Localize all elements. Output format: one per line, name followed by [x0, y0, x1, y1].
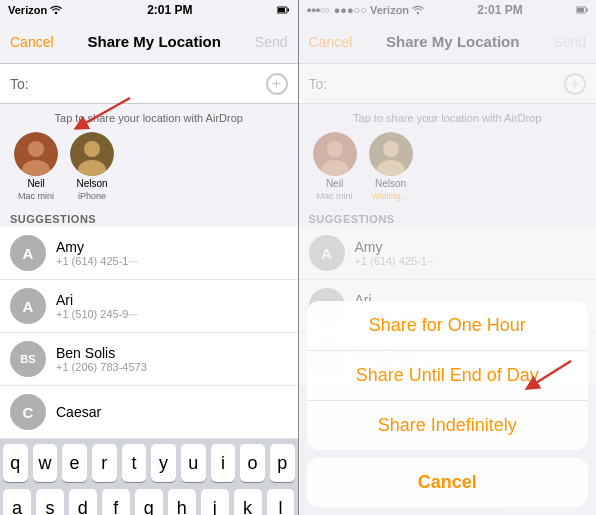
- key-k[interactable]: k: [234, 489, 262, 515]
- status-bar-left: Verizon 2:01 PM: [0, 0, 298, 20]
- left-panel: Verizon 2:01 PM Cancel Share My Location…: [0, 0, 298, 515]
- share-options-group: Share for One Hour Share Until End of Da…: [307, 301, 589, 450]
- share-end-of-day-button[interactable]: Share Until End of Day: [307, 351, 589, 401]
- airdrop-section-left: Tap to share your location with AirDrop …: [0, 104, 298, 209]
- avatar-neil-image: [14, 132, 58, 176]
- status-time-left: 2:01 PM: [147, 3, 192, 17]
- svg-rect-2: [288, 9, 290, 12]
- key-s[interactable]: s: [36, 489, 64, 515]
- key-d[interactable]: d: [69, 489, 97, 515]
- svg-point-8: [84, 141, 100, 157]
- keyboard-row-1: q w e r t y u i o p: [0, 439, 298, 484]
- keyboard-left: q w e r t y u i o p a s d f g h j k l ⇧ …: [0, 439, 298, 515]
- suggestion-item-amy-left[interactable]: A Amy +1 (614) 425-1···: [0, 227, 298, 280]
- key-w[interactable]: w: [33, 444, 58, 482]
- suggestion-list-left: A Amy +1 (614) 425-1··· A Ari +1 (510) 2…: [0, 227, 298, 439]
- action-sheet-overlay: Share for One Hour Share Until End of Da…: [299, 0, 597, 515]
- svg-rect-3: [278, 8, 285, 12]
- page-title-left: Share My Location: [88, 33, 221, 50]
- key-p[interactable]: p: [270, 444, 295, 482]
- airdrop-avatars-left: Neil Mac mini Nelson iPhone: [10, 132, 288, 201]
- avatar-caesar-left: C: [10, 394, 46, 430]
- key-u[interactable]: u: [181, 444, 206, 482]
- airdrop-contact-neil[interactable]: Neil Mac mini: [14, 132, 58, 201]
- wifi-icon-left: [50, 5, 62, 15]
- right-panel: ●●●○○ ●●●○○ Verizon 2:01 PM Cancel Share…: [299, 0, 597, 515]
- sheet-backdrop: [299, 0, 597, 301]
- key-f[interactable]: f: [102, 489, 130, 515]
- key-l[interactable]: l: [267, 489, 295, 515]
- status-carrier-left: Verizon: [8, 4, 62, 16]
- avatar-amy-left: A: [10, 235, 46, 271]
- to-field-left: To: +: [0, 64, 298, 104]
- suggestion-item-ari-left[interactable]: A Ari +1 (510) 245-9···: [0, 280, 298, 333]
- add-recipient-button-left[interactable]: +: [266, 73, 288, 95]
- action-sheet-cancel-button[interactable]: Cancel: [307, 458, 589, 507]
- key-q[interactable]: q: [3, 444, 28, 482]
- airdrop-label-left: Tap to share your location with AirDrop: [10, 112, 288, 124]
- avatar-nelson-name: Nelson: [76, 178, 107, 189]
- key-i[interactable]: i: [211, 444, 236, 482]
- key-o[interactable]: o: [240, 444, 265, 482]
- svg-point-5: [28, 141, 44, 157]
- to-input-left[interactable]: [35, 76, 266, 92]
- share-one-hour-button[interactable]: Share for One Hour: [307, 301, 589, 351]
- share-indefinitely-button[interactable]: Share Indefinitely: [307, 401, 589, 450]
- avatar-nelson: [70, 132, 114, 176]
- key-h[interactable]: h: [168, 489, 196, 515]
- avatar-neil-name: Neil: [27, 178, 44, 189]
- suggestion-item-caesar-left[interactable]: C Caesar: [0, 386, 298, 439]
- keyboard-row-2: a s d f g h j k l: [0, 484, 298, 515]
- svg-point-0: [55, 12, 57, 14]
- battery-icon-left: [277, 6, 289, 14]
- key-r[interactable]: r: [92, 444, 117, 482]
- cancel-button-left[interactable]: Cancel: [10, 34, 54, 50]
- send-button-left[interactable]: Send: [255, 34, 288, 50]
- avatar-bensolis-left: BS: [10, 341, 46, 377]
- suggestion-item-bensolis-left[interactable]: BS Ben Solis +1 (206) 783-4573: [0, 333, 298, 386]
- suggestions-header-left: SUGGESTIONS: [0, 209, 298, 227]
- action-sheet: Share for One Hour Share Until End of Da…: [299, 301, 597, 515]
- avatar-nelson-image: [70, 132, 114, 176]
- avatar-neil-sub: Mac mini: [18, 191, 54, 201]
- key-a[interactable]: a: [3, 489, 31, 515]
- to-label-left: To:: [10, 76, 29, 92]
- key-g[interactable]: g: [135, 489, 163, 515]
- avatar-nelson-sub: iPhone: [78, 191, 106, 201]
- key-y[interactable]: y: [151, 444, 176, 482]
- avatar-ari-left: A: [10, 288, 46, 324]
- airdrop-contact-nelson[interactable]: Nelson iPhone: [70, 132, 114, 201]
- avatar-neil: [14, 132, 58, 176]
- status-icons-left: [277, 6, 289, 14]
- key-j[interactable]: j: [201, 489, 229, 515]
- nav-bar-left: Cancel Share My Location Send: [0, 20, 298, 64]
- key-t[interactable]: t: [122, 444, 147, 482]
- key-e[interactable]: e: [62, 444, 87, 482]
